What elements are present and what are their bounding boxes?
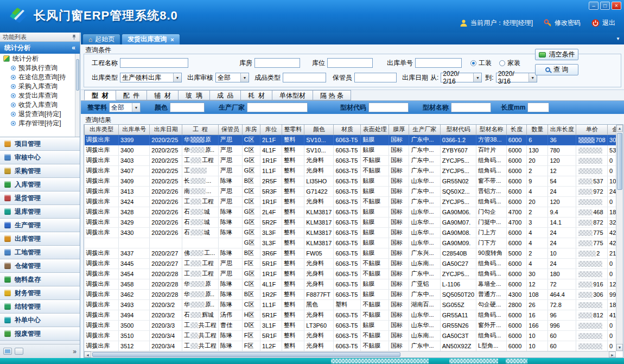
profile-code-input[interactable]: [368, 103, 409, 112]
table-row[interactable]: 调拨出库34372020/2/27佛工...陈琳B区3R6F整料FW056063…: [85, 248, 623, 258]
material-tab[interactable]: 成 品: [210, 90, 241, 100]
product-type-input[interactable]: [283, 73, 326, 82]
radio-work-install[interactable]: 工装: [470, 59, 492, 68]
sidebar-module-item[interactable]: 审核中心: [0, 151, 80, 164]
tree-item[interactable]: 采购入库查询: [0, 82, 80, 91]
column-header[interactable]: 出库长度: [548, 125, 576, 135]
color-input[interactable]: [170, 103, 205, 112]
column-header[interactable]: 长度: [506, 125, 527, 135]
column-header[interactable]: 出库类型: [85, 125, 119, 135]
table-row[interactable]: 调拨出库35102020/3/4工共工程陈琳F区5R1F整料光身料6063-T5…: [85, 330, 623, 341]
scroll-up-icon[interactable]: ▲: [616, 125, 623, 132]
table-row[interactable]: G区3L3F整料KLM38176063-T5贴膜国标山东华...GA90M09.…: [85, 238, 623, 248]
horizontal-scrollbar-thumb[interactable]: [92, 352, 400, 357]
audit-select[interactable]: 全部 ▼: [215, 73, 249, 82]
table-row[interactable]: 调拨出库35002020/3/3工共工程曹佳D区3L1F整料LT3P606063…: [85, 320, 623, 330]
table-row[interactable]: 调拨出库34302020/2/26石城陈琳G区3L3F整料KLM38176063…: [85, 227, 623, 238]
tab-list-dropdown-icon[interactable]: ▼: [616, 36, 620, 41]
column-header[interactable]: 库位: [260, 125, 282, 135]
sidebar-module-item[interactable]: 补单中心: [0, 314, 80, 327]
material-tab[interactable]: 单体型材: [272, 90, 313, 100]
table-row[interactable]: 调拨出库34452020/2/27工工程严思F区5R1F整料光身料6063-T5…: [85, 258, 623, 269]
tree-scrollbar[interactable]: [75, 54, 80, 137]
sidebar-module-item[interactable]: 退货管理: [0, 191, 80, 205]
search-button[interactable]: 查 询: [535, 64, 578, 75]
order-no-input[interactable]: [415, 58, 462, 68]
table-row[interactable]: 调拨出库34032020/2/25工工程严思G区1R1F整料光身料6063-T5…: [85, 155, 623, 165]
tree-item[interactable]: 收货入库查询: [0, 100, 80, 110]
computer-icon[interactable]: [3, 348, 12, 355]
column-header[interactable]: 膜厚: [389, 125, 409, 135]
horizontal-scrollbar[interactable]: ◄ ►: [84, 351, 616, 357]
more-chevrons-icon[interactable]: »: [73, 348, 77, 355]
sidebar-module-item[interactable]: 仓储管理: [0, 259, 80, 273]
material-tab[interactable]: 配 件: [116, 90, 148, 100]
table-row[interactable]: 调拨出库34582020/2/28华原陈琳C区4L1F整料光身料6063-T5贴…: [85, 279, 623, 289]
change-password-link[interactable]: 修改密码: [544, 18, 581, 28]
tree-item[interactable]: 在途信息查询[待: [0, 73, 80, 82]
table-row[interactable]: 调拨出库34942020/3/2石辉城汤伟H区5R1F整料光身料6063-T5不…: [85, 310, 623, 320]
date-from-picker[interactable]: 2020/ 2/16 ▼: [441, 73, 482, 82]
column-header[interactable]: 出库单号: [119, 125, 150, 135]
tree-scrollbar-thumb[interactable]: [76, 59, 79, 91]
vertical-scrollbar-thumb[interactable]: [617, 133, 622, 190]
maximize-button[interactable]: □: [600, 2, 610, 10]
material-tab[interactable]: 型 材: [84, 90, 116, 100]
column-header[interactable]: 工 程: [182, 125, 219, 135]
column-header[interactable]: 型材代码: [440, 125, 476, 135]
material-tab[interactable]: 耗 材: [241, 90, 272, 100]
sidebar-module-item[interactable]: 工地管理: [0, 246, 80, 259]
sidebar-module-item[interactable]: 采购管理: [0, 164, 80, 178]
radio-home-install[interactable]: 家装: [499, 59, 520, 68]
pin-icon[interactable]: [71, 34, 77, 40]
tab-start-page[interactable]: ⌂起始页: [82, 34, 120, 44]
sidebar-module-item[interactable]: 财务管理: [0, 286, 80, 300]
column-header[interactable]: 材质: [334, 125, 361, 135]
table-row[interactable]: 调拨出库34132020/2/26南...严思C区5R3F整料G71422606…: [85, 186, 623, 196]
logout-button[interactable]: 退出: [591, 18, 615, 28]
table-row[interactable]: 调拨出库34072020/2/25工严思G区1L1F整料光身料6063-T5不贴…: [85, 165, 623, 176]
tab-shipment-outbound-query[interactable]: 发货出库查询×: [122, 34, 180, 44]
location-input[interactable]: [327, 58, 373, 68]
sidebar-module-item[interactable]: 入库管理: [0, 178, 80, 191]
sidebar-module-item[interactable]: 报废管理: [0, 327, 80, 341]
close-button[interactable]: ×: [612, 2, 621, 10]
grid-icon[interactable]: [15, 348, 23, 355]
vertical-scrollbar[interactable]: ▲ ▼: [616, 125, 623, 351]
outbound-type-select[interactable]: 生产领料出库 ▼: [120, 73, 182, 82]
length-input[interactable]: [527, 103, 549, 112]
column-header[interactable]: 保管员: [219, 125, 243, 135]
tree-item[interactable]: 发货出库查询: [0, 91, 80, 100]
material-tab[interactable]: 玻 璃: [179, 90, 210, 100]
column-header[interactable]: 数量: [527, 125, 548, 135]
project-name-input[interactable]: [120, 58, 188, 68]
profile-name-input[interactable]: [451, 103, 491, 112]
clear-conditions-button[interactable]: 清空条件: [535, 49, 578, 60]
table-row[interactable]: 调拨出库34002020/2/25华原..严思C区4L1F整料SV10...60…: [85, 145, 623, 155]
tree-root-statistics[interactable]: 统计分析: [0, 54, 80, 63]
warehouse-input[interactable]: [254, 58, 300, 68]
column-header[interactable]: 生产厂家: [409, 125, 440, 135]
tree-item[interactable]: 退货查询[待定]: [0, 110, 80, 119]
sidebar-module-item[interactable]: 生产管理: [0, 219, 80, 232]
tree-item[interactable]: 库存管理[待定]: [0, 119, 80, 128]
sidebar-module-item[interactable]: 项目管理: [0, 137, 80, 151]
sidebar-module-item[interactable]: 结转管理: [0, 300, 80, 314]
manufacturer-input[interactable]: [247, 103, 308, 112]
sidebar-module-item[interactable]: 物料盘存: [0, 273, 80, 286]
table-row[interactable]: 调拨出库34242020/2/26工工程严思C区1R1F整料光身料6063-T5…: [85, 196, 623, 207]
table-row[interactable]: 调拨出库34932020/3/2华原..陈琳C区1L1F整料黑色塑料不贴膜国标湖…: [85, 299, 623, 310]
keeper-input[interactable]: [354, 73, 397, 82]
table-row[interactable]: 调拨出库35122020/3/4工共工程陈琳F区1L2F整料光身料6063-T5…: [85, 341, 623, 351]
scroll-down-icon[interactable]: ▼: [616, 344, 623, 351]
column-header[interactable]: 型材名称: [476, 125, 507, 135]
table-row[interactable]: 调拨出库34092020/2/25长...陈琳B区2R5F整料LI35HO606…: [85, 176, 623, 186]
sidebar-module-item[interactable]: 出库管理: [0, 232, 80, 246]
scroll-right-icon[interactable]: ►: [609, 352, 616, 357]
column-header[interactable]: 整零料: [282, 125, 304, 135]
date-to-picker[interactable]: 2020/ 3/16 ▼: [496, 73, 537, 82]
column-header[interactable]: 单价: [576, 125, 608, 135]
table-row[interactable]: 调拨出库34292020/2/26石城陈琳G区5R2F整料KLM38176063…: [85, 217, 623, 227]
column-header[interactable]: 库房: [242, 125, 260, 135]
collapse-icon[interactable]: «: [72, 44, 75, 52]
